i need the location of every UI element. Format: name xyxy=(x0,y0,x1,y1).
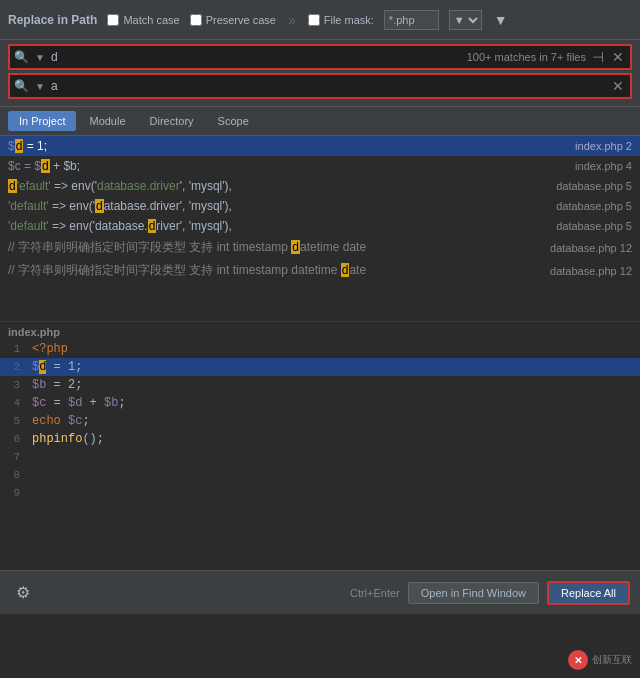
bottom-left: ⚙ xyxy=(10,581,36,604)
pin-button[interactable]: ⊣ xyxy=(590,49,606,65)
code-line: 4 $c = $d + $b; xyxy=(0,394,640,412)
code-line: 2 $d = 1; xyxy=(0,358,640,376)
file-mask-checkbox[interactable] xyxy=(308,14,320,26)
replace-dropdown-icon: ▼ xyxy=(33,81,47,92)
code-line: 5 echo $c; xyxy=(0,412,640,430)
search-row: 🔍 ▼ 100+ matches in 7+ files ⊣ ✕ xyxy=(8,44,632,70)
tabs-bar: In Project Module Directory Scope xyxy=(0,107,640,136)
clear-replace-button[interactable]: ✕ xyxy=(610,78,626,94)
code-line: 1 <?php xyxy=(0,340,640,358)
search-icon: 🔍 xyxy=(14,50,29,64)
file-mask-dropdown[interactable]: ▼ xyxy=(449,10,482,30)
code-line: 8 xyxy=(0,466,640,484)
result-content: // 字符串则明确指定时间字段类型 支持 int timestamp datet… xyxy=(8,262,542,279)
result-file: database.php 12 xyxy=(550,265,632,277)
tab-module[interactable]: Module xyxy=(78,111,136,131)
result-file: index.php 2 xyxy=(575,140,632,152)
code-line: 7 xyxy=(0,448,640,466)
bottom-center: Ctrl+Enter Open in Find Window Replace A… xyxy=(350,581,630,605)
result-content: 'default' => env('database.driver', 'mys… xyxy=(8,219,548,233)
result-file: database.php 12 xyxy=(550,242,632,254)
table-row[interactable]: d'efault' => env('database.driver', 'mys… xyxy=(0,176,640,196)
result-content: $c = $d + $b; xyxy=(8,159,567,173)
match-count: 100+ matches in 7+ files xyxy=(467,51,586,63)
result-file: database.php 5 xyxy=(556,220,632,232)
replace-input[interactable] xyxy=(51,79,606,93)
toolbar-separator: » xyxy=(286,12,298,28)
shortcut-label: Ctrl+Enter xyxy=(350,587,400,599)
result-file: database.php 5 xyxy=(556,200,632,212)
file-mask-group: File mask: xyxy=(308,14,374,26)
results-list: $d = 1; index.php 2 $c = $d + $b; index.… xyxy=(0,136,640,321)
tab-directory[interactable]: Directory xyxy=(139,111,205,131)
preserve-case-checkbox[interactable] xyxy=(190,14,202,26)
code-line: 9 xyxy=(0,484,640,502)
search-area: 🔍 ▼ 100+ matches in 7+ files ⊣ ✕ 🔍 ▼ ✕ xyxy=(0,40,640,107)
preserve-case-group: Preserve case xyxy=(190,14,276,26)
result-file: database.php 5 xyxy=(556,180,632,192)
toolbar-title: Replace in Path xyxy=(8,13,97,27)
code-line: 3 $b = 2; xyxy=(0,376,640,394)
table-row[interactable]: // 字符串则明确指定时间字段类型 支持 int timestamp datet… xyxy=(0,236,640,259)
table-row[interactable]: // 字符串则明确指定时间字段类型 支持 int timestamp datet… xyxy=(0,259,640,282)
watermark-badge: ✕ xyxy=(568,650,588,670)
file-mask-label: File mask: xyxy=(324,14,374,26)
result-content: 'default' => env('database.driver', 'mys… xyxy=(8,199,548,213)
result-content: $d = 1; xyxy=(8,139,567,153)
replace-row: 🔍 ▼ ✕ xyxy=(8,73,632,99)
filter-button[interactable]: ▼ xyxy=(492,10,510,30)
code-line: 6 phpinfo(); xyxy=(0,430,640,448)
table-row[interactable]: 'default' => env('database.driver', 'mys… xyxy=(0,216,640,236)
replace-icon: 🔍 xyxy=(14,79,29,93)
open-find-window-button[interactable]: Open in Find Window xyxy=(408,582,539,604)
table-row[interactable]: $c = $d + $b; index.php 4 xyxy=(0,156,640,176)
tab-in-project[interactable]: In Project xyxy=(8,111,76,131)
tab-scope[interactable]: Scope xyxy=(207,111,260,131)
settings-button[interactable]: ⚙ xyxy=(10,581,36,604)
match-case-group: Match case xyxy=(107,14,179,26)
search-dropdown-icon: ▼ xyxy=(33,52,47,63)
replace-all-button[interactable]: Replace All xyxy=(547,581,630,605)
match-case-checkbox[interactable] xyxy=(107,14,119,26)
clear-search-button[interactable]: ✕ xyxy=(610,49,626,65)
code-preview: 1 <?php 2 $d = 1; 3 $b = 2; 4 $c = $d + … xyxy=(0,340,640,570)
toolbar: Replace in Path Match case Preserve case… xyxy=(0,0,640,40)
table-row[interactable]: 'default' => env('database.driver', 'mys… xyxy=(0,196,640,216)
result-content: d'efault' => env('database.driver', 'mys… xyxy=(8,179,548,193)
bottom-bar: ⚙ Ctrl+Enter Open in Find Window Replace… xyxy=(0,570,640,614)
search-input[interactable] xyxy=(51,50,463,64)
result-file: index.php 4 xyxy=(575,160,632,172)
watermark-text: 创新互联 xyxy=(592,653,632,667)
file-section-label: index.php xyxy=(0,321,640,340)
result-content: // 字符串则明确指定时间字段类型 支持 int timestamp datet… xyxy=(8,239,542,256)
table-row[interactable]: $d = 1; index.php 2 xyxy=(0,136,640,156)
preserve-case-label: Preserve case xyxy=(206,14,276,26)
watermark: ✕ 创新互联 xyxy=(568,650,632,670)
file-mask-input[interactable] xyxy=(384,10,439,30)
match-case-label: Match case xyxy=(123,14,179,26)
var-highlight: $ xyxy=(8,139,15,153)
